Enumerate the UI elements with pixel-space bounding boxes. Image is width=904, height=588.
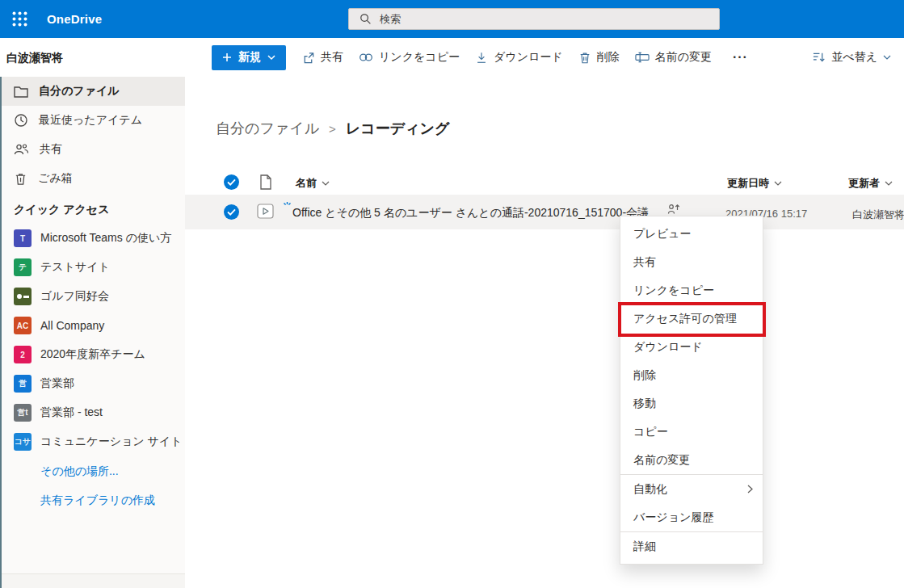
share-button-label: 共有 <box>321 50 343 65</box>
sidebar-item-recycle-bin[interactable]: ごみ箱 <box>0 164 185 193</box>
new-button[interactable]: 新規 <box>212 45 286 70</box>
sidebar-item-recent[interactable]: 最近使ったアイテム <box>0 106 185 135</box>
sidebar-item-golf-club[interactable]: ゴルフ同好会 <box>0 282 185 311</box>
sidebar-item-label: 営業部 <box>40 376 74 391</box>
column-header-name[interactable]: 名前 <box>296 176 330 191</box>
site-tile-test-site: テ <box>14 258 32 276</box>
app-title[interactable]: OneDrive <box>47 12 102 26</box>
site-tile-golf-logo <box>14 288 32 305</box>
people-icon <box>14 143 29 156</box>
new-item-sparkle-icon <box>283 199 292 213</box>
search-placeholder: 検索 <box>380 12 401 27</box>
menu-item-copy[interactable]: コピー <box>620 418 763 446</box>
download-button[interactable]: ダウンロード <box>475 50 563 65</box>
column-header-modified[interactable]: 更新日時 <box>727 176 782 191</box>
menu-item-automate[interactable]: 自動化 <box>620 475 763 503</box>
menu-item-delete[interactable]: 削除 <box>620 361 763 389</box>
menu-item-version-history[interactable]: バージョン履歴 <box>620 503 763 531</box>
golf-logo-dot <box>17 294 22 299</box>
new-button-label: 新規 <box>238 50 261 65</box>
golf-logo-dash <box>23 296 29 298</box>
folder-icon <box>14 85 28 98</box>
sort-button[interactable]: 並べ替え <box>812 50 891 65</box>
site-tile-all-company: AC <box>14 317 32 334</box>
more-commands-button[interactable]: ··· <box>733 50 748 65</box>
column-header-modified-label: 更新日時 <box>727 176 769 191</box>
file-list-header: 名前 更新日時 更新者 <box>185 172 904 195</box>
menu-item-copy-link[interactable]: リンクをコピー <box>620 276 763 304</box>
sidebar: 自分のファイル 最近使ったアイテム 共有 ごみ箱 クイッ <box>0 77 185 588</box>
sidebar-item-shared[interactable]: 共有 <box>0 135 185 164</box>
rename-icon <box>635 52 650 63</box>
sidebar-item-test-site[interactable]: テ テストサイト <box>0 253 185 282</box>
recycle-bin-icon <box>14 172 27 186</box>
menu-item-details[interactable]: 詳細 <box>620 532 763 561</box>
sidebar-item-sales-dept[interactable]: 営 営業部 <box>0 369 185 398</box>
file-browser-main: 自分のファイル > レコーディング 名前 <box>185 77 904 588</box>
sort-button-label: 並べ替え <box>831 50 877 65</box>
share-button[interactable]: 共有 <box>301 50 343 65</box>
sidebar-item-label: コミュニケーション サイト <box>40 435 183 449</box>
sidebar-item-label: All Company <box>40 319 104 332</box>
menu-item-share[interactable]: 共有 <box>620 248 763 276</box>
menu-item-manage-access[interactable]: アクセス許可の管理 <box>620 304 763 333</box>
user-display-name: 白波瀬智将 <box>6 38 63 77</box>
menu-item-automate-label: 自動化 <box>633 482 667 495</box>
rename-button-label: 名前の変更 <box>655 50 712 65</box>
app-launcher-waffle-icon[interactable] <box>0 0 39 38</box>
download-button-label: ダウンロード <box>494 50 563 65</box>
download-icon <box>475 51 488 65</box>
chevron-down-icon <box>885 181 893 187</box>
breadcrumb-parent[interactable]: 自分のファイル <box>216 119 319 138</box>
site-tile-teams: T <box>14 229 32 247</box>
top-app-bar: OneDrive 検索 <box>0 0 904 38</box>
share-icon <box>301 51 315 65</box>
waffle-grid-icon <box>12 11 27 27</box>
sidebar-item-all-company[interactable]: AC All Company <box>0 311 185 340</box>
document-icon <box>259 174 272 190</box>
sidebar-item-my-files[interactable]: 自分のファイル <box>0 77 185 106</box>
chevron-down-icon <box>322 181 330 187</box>
row-checkbox-checked[interactable] <box>224 204 239 220</box>
delete-button[interactable]: 削除 <box>578 50 620 65</box>
column-header-modified-by[interactable]: 更新者 <box>848 176 893 191</box>
copy-link-button[interactable]: リンクをコピー <box>359 50 460 65</box>
column-header-modified-by-label: 更新者 <box>848 176 880 191</box>
menu-item-move[interactable]: 移動 <box>620 389 763 418</box>
menu-item-rename[interactable]: 名前の変更 <box>620 446 763 474</box>
chevron-down-icon <box>883 55 891 61</box>
chevron-right-icon <box>747 485 753 494</box>
link-icon <box>359 52 373 63</box>
sort-icon <box>812 51 826 64</box>
search-icon <box>359 13 372 25</box>
copy-link-button-label: リンクをコピー <box>379 50 460 65</box>
sidebar-item-teams-guide[interactable]: T Microsoft Teams の使い方 <box>0 224 185 253</box>
column-header-name-label: 名前 <box>296 176 317 191</box>
command-bar: 新規 共有 リンクをコピー <box>212 38 904 77</box>
menu-item-preview[interactable]: プレビュー <box>620 220 763 248</box>
file-name[interactable]: Office とその他 5 名のユーザー さんとの通話-20210716_151… <box>292 206 649 220</box>
file-type-column-icon[interactable] <box>259 174 272 193</box>
check-icon <box>227 178 236 186</box>
search-input[interactable]: 検索 <box>348 8 720 30</box>
menu-item-download[interactable]: ダウンロード <box>620 333 763 361</box>
site-tile-2020-team: 2 <box>14 346 32 363</box>
rename-button[interactable]: 名前の変更 <box>635 50 712 65</box>
command-bar-row: 白波瀬智将 新規 共有 <box>0 38 904 77</box>
sidebar-link-more-places[interactable]: その他の場所... <box>0 456 185 485</box>
plus-icon <box>222 52 232 62</box>
sidebar-link-create-shared-library[interactable]: 共有ライブラリの作成 <box>0 485 185 514</box>
site-tile-sales: 営 <box>14 375 32 393</box>
table-row-recording-file[interactable]: Office とその他 5 名のユーザー さんとの通話-20210716_151… <box>185 195 904 229</box>
file-modified-by[interactable]: 白波瀬智将 <box>852 208 904 222</box>
sidebar-item-sales-test[interactable]: 営t 営業部 - test <box>0 398 185 427</box>
breadcrumb: 自分のファイル > レコーディング <box>216 119 449 138</box>
sidebar-item-2020-team[interactable]: 2 2020年度新卒チーム <box>0 340 185 369</box>
sidebar-item-label: テストサイト <box>40 260 110 275</box>
sidebar-item-label: ゴルフ同好会 <box>40 289 109 304</box>
chevron-down-icon <box>774 181 782 187</box>
site-tile-sales-test: 営t <box>14 404 32 422</box>
select-all-checkbox[interactable] <box>224 174 239 190</box>
sidebar-item-communication-site[interactable]: コサ コミュニケーション サイト <box>0 427 185 456</box>
site-tile-communication: コサ <box>14 433 32 451</box>
